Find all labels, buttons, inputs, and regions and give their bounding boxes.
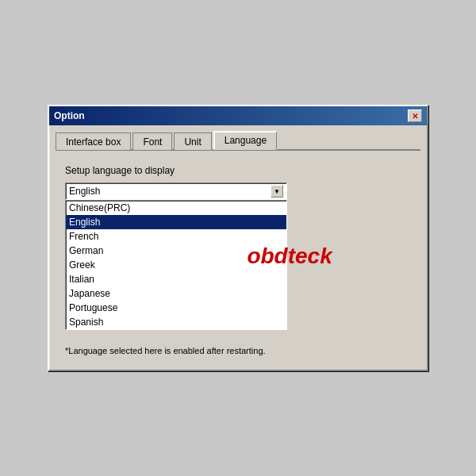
title-bar: Option ✕: [49, 106, 427, 125]
language-dropdown-wrapper: English ▼: [65, 182, 287, 200]
window-body: Interface box Font Unit Language Setup l…: [49, 125, 427, 370]
tab-language[interactable]: Language: [213, 131, 277, 150]
list-item[interactable]: Japanese: [66, 286, 286, 301]
list-item[interactable]: Spanish: [66, 315, 286, 329]
option-window: Option ✕ Interface box Font Unit Languag…: [48, 105, 428, 371]
language-dropdown[interactable]: English ▼: [65, 182, 287, 200]
footer-note: *Language selected here is enabled after…: [65, 343, 411, 355]
tabs-container: Interface box Font Unit Language: [56, 130, 420, 151]
window-title: Option: [54, 110, 85, 121]
main-panel: English ▼ Chinese(PRC) English: [65, 182, 411, 330]
dropdown-selected-value: English: [69, 186, 100, 197]
list-item[interactable]: Portuguese: [66, 301, 286, 315]
language-content: Setup language to display English ▼ Chin…: [56, 159, 420, 362]
list-item[interactable]: German: [66, 244, 286, 258]
list-item[interactable]: Italian: [66, 272, 286, 286]
tab-unit[interactable]: Unit: [174, 132, 211, 150]
dropdown-arrow-icon[interactable]: ▼: [271, 185, 283, 198]
close-button[interactable]: ✕: [408, 109, 422, 122]
list-item-selected[interactable]: English: [66, 215, 286, 229]
tab-font[interactable]: Font: [132, 132, 172, 150]
list-item[interactable]: Greek: [66, 258, 286, 272]
title-bar-controls: ✕: [408, 109, 422, 122]
list-item[interactable]: French: [66, 229, 286, 244]
setup-label: Setup language to display: [65, 165, 411, 176]
tab-interface-box[interactable]: Interface box: [56, 132, 131, 150]
language-listbox[interactable]: Chinese(PRC) English French German Greek: [65, 200, 287, 330]
list-item[interactable]: Chinese(PRC): [66, 201, 286, 215]
